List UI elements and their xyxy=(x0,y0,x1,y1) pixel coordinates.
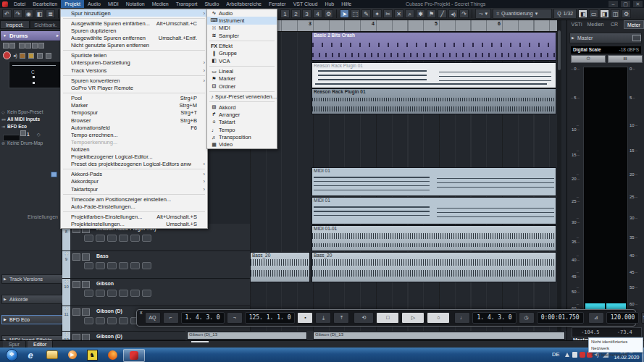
menubar-datei[interactable]: Datei xyxy=(10,0,29,8)
comp-tool-icon[interactable]: ✱ xyxy=(416,9,425,18)
record-enable-icon[interactable] xyxy=(3,51,11,59)
track-name[interactable]: Gibson (D) xyxy=(96,334,122,339)
mute-button[interactable] xyxy=(72,281,80,288)
tab-meter[interactable]: Meter xyxy=(624,20,644,29)
track-mini-btn[interactable] xyxy=(96,235,105,242)
toolbar-gear-icon[interactable]: ⚙ xyxy=(622,9,631,18)
submenu-item-sampler[interactable]: ≋Sampler xyxy=(207,32,277,39)
monitor-icon[interactable]: ◂) xyxy=(13,53,17,59)
master-section-header[interactable]: Master xyxy=(569,33,642,43)
left-locator-icon[interactable]: ⌐ xyxy=(163,312,179,324)
tab-visibility[interactable]: Sichtbark. xyxy=(30,20,62,29)
menubar-studio[interactable]: Studio xyxy=(201,0,222,8)
menu-item-browser[interactable]: BrowserStrg+B xyxy=(61,117,207,124)
timeline-ruler[interactable]: 3 4 5 6 7 xyxy=(250,20,561,32)
track-mini-btn[interactable] xyxy=(107,317,117,324)
submenu-item-marker[interactable]: ⚑Marker xyxy=(207,75,277,83)
left-locator-value[interactable]: 1. 4. 3. 0 xyxy=(181,312,225,324)
track-mini-btn[interactable] xyxy=(119,262,128,269)
track-mini-btn[interactable] xyxy=(142,290,151,297)
clock-icon[interactable]: ◷ xyxy=(519,312,535,324)
tray-expand-icon[interactable] xyxy=(565,353,569,357)
track-name[interactable]: Gibson xyxy=(96,281,114,286)
track-mini-btn[interactable] xyxy=(96,290,105,297)
select-tool-icon[interactable]: ➤ xyxy=(340,9,349,18)
event-bass-20-b[interactable]: Bass_20 xyxy=(311,252,556,282)
vertical-scrollbar[interactable] xyxy=(557,20,561,340)
solo-button[interactable] xyxy=(82,281,90,288)
lower-zone-toggle[interactable]: ▭ xyxy=(589,9,598,18)
menu-item-projektfarben[interactable]: Projektfarben-Einstellungen...Alt+Umscha… xyxy=(61,214,207,221)
quantize-dropdown[interactable]: ⌗ Quantisierung▾ xyxy=(493,9,552,19)
track-btn-icon[interactable] xyxy=(25,43,31,49)
section-track-versions[interactable]: Track Versions xyxy=(1,274,70,284)
tempo-stepper[interactable]: ⇅ xyxy=(641,312,644,324)
peak-value-left[interactable]: -104.5 xyxy=(581,329,599,335)
warp-tool-icon[interactable]: ↷ xyxy=(459,9,469,18)
track-mini-btn[interactable] xyxy=(130,235,140,242)
solo-button[interactable] xyxy=(82,308,90,316)
tab-medien[interactable]: Medien xyxy=(586,20,605,29)
edit-icon[interactable] xyxy=(28,53,34,59)
track-mini-btn[interactable] xyxy=(119,235,128,242)
tab-cr[interactable]: CR xyxy=(605,20,624,29)
event-basic-2-bits-crash[interactable]: Basic 2 Bits Crash xyxy=(311,32,556,61)
meter-mode-button[interactable]: ‖‖ xyxy=(608,55,643,63)
submenu-item-midi[interactable]: ⁙MIDI xyxy=(207,25,277,32)
position-value[interactable]: 1. 4. 3. 0 xyxy=(472,312,516,324)
menu-item-tempo-errechnen[interactable]: Tempo errechnen... xyxy=(61,131,207,138)
lock-icon[interactable]: ▪ xyxy=(297,312,313,324)
bfd-eco-edit-icon[interactable] xyxy=(51,172,57,177)
track-btn-icon[interactable] xyxy=(37,53,43,59)
left-zone-toggle[interactable]: ◧ xyxy=(578,9,587,18)
punch-out-icon[interactable]: ⤒ xyxy=(333,312,349,324)
submenu-item-taktart[interactable]: ÷Taktart xyxy=(207,119,277,126)
auto-quantize-button[interactable]: AQ xyxy=(145,312,161,324)
track-btn-icon[interactable] xyxy=(3,43,9,49)
track-mini-btn[interactable] xyxy=(142,235,151,242)
track-mini-btn[interactable] xyxy=(84,235,93,242)
taskbar-cubase-icon[interactable] xyxy=(123,349,145,362)
menu-item-spuren-duplizieren[interactable]: Spuren duplizieren xyxy=(61,27,207,34)
track-mini-btn[interactable] xyxy=(84,317,93,324)
menubar-arbeitsbereiche[interactable]: Arbeitsbereiche xyxy=(222,0,265,8)
track-mini-btn[interactable] xyxy=(142,262,151,269)
compare-icon[interactable]: ◉ xyxy=(24,9,33,18)
arrangement-area[interactable]: 3 4 5 6 7 Basic 2 Bits Crash Reason Rack… xyxy=(250,20,561,340)
menu-item-spur-hinzufuegen[interactable]: Spur hinzufügen xyxy=(61,9,207,17)
event-reason-audio[interactable]: Reason Rack Plugin 01 xyxy=(311,88,556,114)
settings-label[interactable]: Einstellungen xyxy=(0,214,58,219)
menu-item-spuren-entfernen[interactable]: Ausgewählte Spuren entfernenUmschalt.+En… xyxy=(61,34,207,41)
menu-item-track-versions[interactable]: Track Versions xyxy=(61,67,207,74)
track-mini-btn[interactable] xyxy=(107,290,117,297)
track-btn-icon[interactable] xyxy=(46,53,51,59)
submenu-item-tempo[interactable]: ♩Tempo xyxy=(207,126,277,133)
menu-item-logical-editor[interactable]: Projektbezogener Logical-Editor... xyxy=(61,153,207,160)
track-header-drums[interactable]: Drums xyxy=(0,30,62,41)
position-note-icon[interactable]: ♩ xyxy=(454,312,470,324)
mute-button[interactable] xyxy=(72,308,80,316)
menubar-hub[interactable]: Hub xyxy=(321,0,338,8)
track-mini-btn[interactable] xyxy=(119,290,128,297)
workspace-3-button[interactable]: 3 xyxy=(302,9,311,18)
menubar-midi[interactable]: MIDI xyxy=(104,0,122,8)
menu-item-taktartspur[interactable]: Taktartspur xyxy=(61,185,207,193)
tab-inspector[interactable]: Inspect. xyxy=(0,20,30,29)
menubar-notation[interactable]: Notation xyxy=(122,0,149,8)
racks-toggle[interactable]: ◫ xyxy=(611,9,620,18)
pan-handle[interactable] xyxy=(33,76,35,78)
submenu-item-transposition[interactable]: ♬Transposition xyxy=(207,133,277,140)
track-mini-btn[interactable] xyxy=(96,262,105,269)
workspace-1-button[interactable]: 1 xyxy=(280,9,290,18)
language-indicator[interactable]: DE xyxy=(552,351,559,358)
menu-item-unterspuren-darstellung[interactable]: Unterspuren-Darstellung xyxy=(61,59,207,67)
menubar-projekt[interactable]: Projekt xyxy=(61,0,84,8)
submenu-item-video[interactable]: ▦Video xyxy=(207,141,277,148)
undo-icon[interactable]: ↶ xyxy=(2,9,12,18)
mute-tool-icon[interactable]: ✕ xyxy=(394,9,403,18)
channel-value[interactable]: 1 xyxy=(27,132,30,137)
track-btn-icon[interactable] xyxy=(19,43,25,49)
track-name[interactable]: Gibson (D) xyxy=(96,308,122,313)
track-row-gibson-d2[interactable]: ✛12 Gibson (D) xyxy=(62,332,185,340)
event-bass-20-a[interactable]: Bass_20 xyxy=(250,252,310,282)
